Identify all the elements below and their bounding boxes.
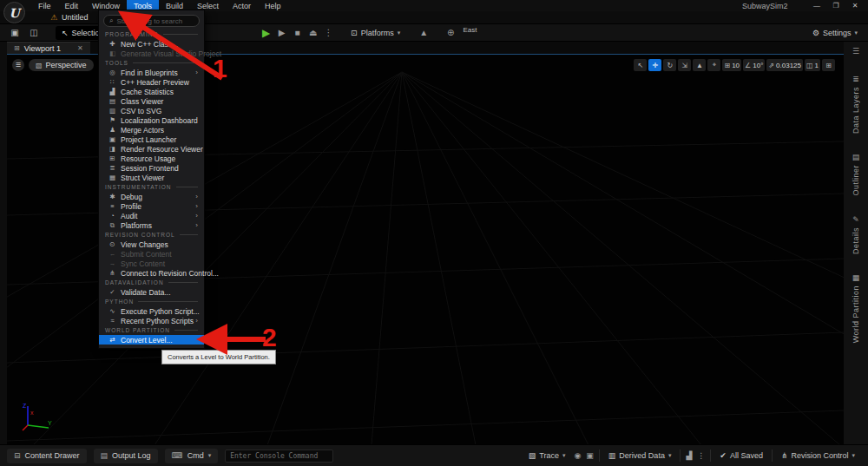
perspective-dropdown[interactable]: ▧ Perspective xyxy=(29,59,94,71)
panel-stack-icon[interactable]: ☰ xyxy=(852,47,859,56)
menu-item-convert-level[interactable]: ⇄ Convert Level... xyxy=(99,335,204,345)
tab-data-layers[interactable]: ≣ Data Layers xyxy=(852,75,860,134)
angle-snap-button[interactable]: ∠ 10° xyxy=(743,59,765,71)
close-icon[interactable]: ✕ xyxy=(77,44,83,52)
select-tool-button[interactable]: ↖ xyxy=(634,59,647,71)
menu-item-project-launcher[interactable]: ▣ Project Launcher xyxy=(99,135,204,144)
menu-search-input[interactable] xyxy=(116,17,194,25)
menu-item-audit[interactable]: ◔ Audit › xyxy=(99,211,204,220)
move-tool-button[interactable]: ✛ xyxy=(648,59,661,71)
derived-data-label: Derived Data xyxy=(619,451,665,460)
menu-item-validate-data[interactable]: ✓ Validate Data... xyxy=(99,287,204,297)
browse-content-button[interactable]: ◫ xyxy=(26,26,42,40)
menu-help[interactable]: Help xyxy=(258,0,288,11)
grid-snap-button[interactable]: ⊞ 10 xyxy=(722,59,741,71)
menu-item-merge-actors[interactable]: ♟ Merge Actors xyxy=(99,125,204,135)
menu-item-profile[interactable]: ≡ Profile › xyxy=(99,201,204,211)
details-icon: ✎ xyxy=(852,215,859,224)
rotate-tool-button[interactable]: ↻ xyxy=(663,59,676,71)
menu-search-box[interactable]: ⌕ xyxy=(103,15,200,27)
menu-item-cpp-header-preview[interactable]: ∷ C++ Header Preview xyxy=(99,77,204,87)
menu-item-csv-to-svg[interactable]: ▥ CSV to SVG xyxy=(99,106,204,115)
location-crosshair-icon[interactable]: ⊕ xyxy=(447,28,454,37)
eject-button[interactable]: ⏏ xyxy=(306,26,319,39)
media-capture-icon[interactable]: ▣ xyxy=(583,451,596,460)
resource-usage-icon: ⊞ xyxy=(107,154,118,162)
menu-item-session-frontend[interactable]: ≣ Session Frontend xyxy=(99,163,204,173)
menu-file[interactable]: File xyxy=(31,0,58,11)
separator xyxy=(680,450,681,462)
revision-control-dropdown[interactable]: ⋔ Revision Control ▾ xyxy=(775,449,861,463)
menu-item-render-resource-viewer[interactable]: ◨ Render Resource Viewer xyxy=(99,144,204,154)
tab-viewport-1[interactable]: ⊞ Viewport 1 ✕ xyxy=(7,42,90,54)
menu-item-recent-python-scripts[interactable]: ≈ Recent Python Scripts › xyxy=(99,316,204,325)
menu-item-platforms[interactable]: ⧉ Platforms › xyxy=(99,220,204,230)
viewport-icon: ⊞ xyxy=(14,44,20,52)
surface-snap-button[interactable]: ⌖ xyxy=(707,59,720,71)
cmd-label: Cmd xyxy=(187,451,204,460)
session-frontend-icon: ≣ xyxy=(107,164,118,172)
angle-snap-value: 10° xyxy=(753,62,763,69)
separator xyxy=(772,450,773,462)
convert-level-tooltip: Converts a Level to World Partition. xyxy=(161,350,276,364)
separator xyxy=(599,450,600,462)
submit-content-icon: ← xyxy=(107,250,118,258)
cmd-dropdown[interactable]: ⌨ Cmd ▾ xyxy=(165,449,219,463)
menu-item-view-changes[interactable]: ⊙ View Changes xyxy=(99,240,204,249)
play-button[interactable]: ▶ xyxy=(260,26,273,39)
minimize-button[interactable]: — xyxy=(807,0,826,11)
submenu-arrow-icon: › xyxy=(195,193,198,200)
more-options-icon[interactable]: ⋮ xyxy=(694,451,707,460)
menu-actor[interactable]: Actor xyxy=(226,0,258,11)
frame-skip-button[interactable]: ▶ xyxy=(275,26,288,39)
unreal-engine-logo-icon[interactable]: U xyxy=(3,2,25,23)
landscape-mode-icon[interactable]: ▲ xyxy=(419,28,428,37)
menu-item-struct-viewer[interactable]: ▦ Struct Viewer xyxy=(99,173,204,182)
submenu-arrow-icon: › xyxy=(195,317,198,325)
menu-edit[interactable]: Edit xyxy=(58,0,86,11)
project-name[interactable]: Untitled xyxy=(62,13,89,22)
profile-icon: ≡ xyxy=(107,202,118,210)
menu-item-find-in-blueprints[interactable]: ◎ Find in Blueprints › xyxy=(99,68,204,77)
camera-cube-icon: ▧ xyxy=(36,62,43,69)
trace-dropdown[interactable]: ▧ Trace ▾ xyxy=(523,449,572,463)
derived-data-dropdown[interactable]: ▥ Derived Data ▾ xyxy=(602,449,678,463)
menu-item-connect-revision-control[interactable]: ⋔ Connect to Revision Control... xyxy=(99,268,204,278)
menu-item-debug[interactable]: ✱ Debug › xyxy=(99,192,204,201)
axis-x-label: x xyxy=(30,410,34,416)
content-drawer-button[interactable]: ⊟ Content Drawer xyxy=(7,449,87,463)
tab-outliner[interactable]: ▤ Outliner xyxy=(852,153,860,196)
output-log-button[interactable]: ▤ Output Log xyxy=(94,449,158,463)
maximize-viewport-button[interactable]: ⊞ xyxy=(822,59,835,71)
stop-button[interactable]: ■ xyxy=(291,26,304,39)
platforms-dropdown[interactable]: ⊡ Platforms ▾ xyxy=(351,29,400,37)
viewport-transform-toolbar: ↖ ✛ ↻ ⇲ ▲ ⌖ ⊞ 10 ∠ 10° ⇗ 0.03125 ◫ 1 ⊞ xyxy=(634,59,835,71)
window-controls: — ❐ ✕ xyxy=(807,0,865,11)
screenshot-icon[interactable]: ◉ xyxy=(571,451,583,460)
menu-item-class-viewer[interactable]: ▤ Class Viewer xyxy=(99,96,204,106)
play-options-button[interactable]: ⋮ xyxy=(322,26,335,39)
save-button[interactable]: ▣ xyxy=(7,26,23,40)
performance-stats-icon[interactable]: ▟ xyxy=(683,451,694,460)
output-log-label: Output Log xyxy=(112,451,151,460)
scale-snap-button[interactable]: ⇗ 0.03125 xyxy=(766,59,803,71)
status-bar: ⊟ Content Drawer ▤ Output Log ⌨ Cmd ▾ ▧ … xyxy=(0,444,868,466)
scale-tool-button[interactable]: ⇲ xyxy=(678,59,691,71)
tab-details[interactable]: ✎ Details xyxy=(852,215,860,254)
menu-item-resource-usage[interactable]: ⊞ Resource Usage xyxy=(99,154,204,163)
menu-item-execute-python-script[interactable]: ∿ Execute Python Script... xyxy=(99,306,204,316)
all-saved-button[interactable]: ✔ All Saved xyxy=(713,449,769,463)
section-datavalidation: DATAVALIDATION xyxy=(99,278,204,287)
settings-dropdown[interactable]: ⚙ Settings ▾ xyxy=(812,29,858,37)
menu-item-new-cpp-class[interactable]: ✚ New C++ Class... xyxy=(99,39,204,49)
section-tools: TOOLS xyxy=(99,58,204,68)
close-button[interactable]: ✕ xyxy=(845,0,865,11)
menu-item-localization-dashboard[interactable]: ⚑ Localization Dashboard xyxy=(99,115,204,125)
menu-item-cache-statistics[interactable]: ▟ Cache Statistics xyxy=(99,87,204,96)
world-coordinate-button[interactable]: ▲ xyxy=(693,59,706,71)
restore-button[interactable]: ❐ xyxy=(826,0,845,11)
camera-speed-button[interactable]: ◫ 1 xyxy=(805,59,820,71)
console-command-input[interactable] xyxy=(225,450,333,463)
viewport-menu-button[interactable]: ☰ xyxy=(12,59,24,71)
tab-world-partition[interactable]: ▦ World Partition xyxy=(852,273,860,343)
